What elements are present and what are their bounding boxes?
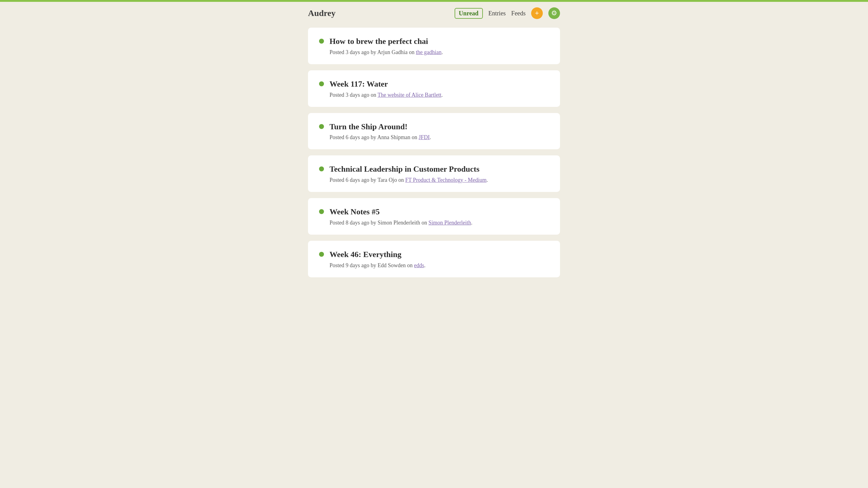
feed-link[interactable]: The website of Alice Bartlett	[377, 92, 441, 98]
add-icon: +	[535, 9, 539, 17]
feed-link[interactable]: JFDI	[418, 134, 430, 140]
unread-dot	[319, 39, 324, 43]
unread-dot	[319, 124, 324, 129]
entry-meta: Posted 6 days ago by Anna Shipman on JFD…	[330, 134, 549, 141]
entry-body: Technical Leadership in Customer Product…	[330, 164, 549, 183]
settings-icon: ⚙	[551, 9, 557, 17]
unread-dot	[319, 82, 324, 86]
entry-title[interactable]: Week Notes #5	[330, 207, 549, 217]
entry-card[interactable]: Week 46: EverythingPosted 9 days ago by …	[308, 241, 560, 277]
entry-meta: Posted 3 days ago by Arjun Gadhia on the…	[330, 49, 549, 56]
add-button[interactable]: +	[531, 7, 543, 19]
entry-body: Turn the Ship Around!Posted 6 days ago b…	[330, 122, 549, 141]
entry-body: Week 117: WaterPosted 3 days ago on The …	[330, 79, 549, 98]
entry-body: Week Notes #5Posted 8 days ago by Simon …	[330, 207, 549, 226]
unread-dot	[319, 209, 324, 214]
nav-feeds[interactable]: Feeds	[511, 10, 526, 17]
nav-entries[interactable]: Entries	[488, 10, 506, 17]
entry-card[interactable]: Week 117: WaterPosted 3 days ago on The …	[308, 70, 560, 107]
header: Audrey Unread Entries Feeds + ⚙	[296, 2, 572, 25]
entry-title[interactable]: Technical Leadership in Customer Product…	[330, 164, 549, 174]
main-nav: Unread Entries Feeds + ⚙	[455, 7, 560, 19]
feed-link[interactable]: FT Product & Technology - Medium	[405, 177, 487, 183]
feed-link[interactable]: edds	[414, 262, 424, 268]
settings-button[interactable]: ⚙	[548, 7, 560, 19]
entry-title[interactable]: Week 117: Water	[330, 79, 549, 89]
nav-unread[interactable]: Unread	[455, 8, 483, 19]
entry-body: How to brew the perfect chaiPosted 3 day…	[330, 36, 549, 56]
entry-meta: Posted 8 days ago by Simon Plenderleith …	[330, 220, 549, 226]
app-title: Audrey	[308, 8, 336, 18]
entries-list: How to brew the perfect chaiPosted 3 day…	[296, 25, 572, 296]
entry-card[interactable]: How to brew the perfect chaiPosted 3 day…	[308, 28, 560, 64]
entry-title[interactable]: Turn the Ship Around!	[330, 122, 549, 132]
entry-title[interactable]: How to brew the perfect chai	[330, 36, 549, 47]
entry-card[interactable]: Technical Leadership in Customer Product…	[308, 155, 560, 192]
entry-card[interactable]: Turn the Ship Around!Posted 6 days ago b…	[308, 113, 560, 150]
feed-link[interactable]: Simon Plenderleith	[429, 220, 471, 226]
entry-meta: Posted 6 days ago by Tara Ojo on FT Prod…	[330, 177, 549, 183]
entry-title[interactable]: Week 46: Everything	[330, 249, 549, 260]
entry-meta: Posted 9 days ago by Edd Sowden on edds.	[330, 262, 549, 269]
unread-dot	[319, 252, 324, 257]
feed-link[interactable]: the gadhian	[416, 49, 441, 55]
entry-body: Week 46: EverythingPosted 9 days ago by …	[330, 249, 549, 269]
entry-meta: Posted 3 days ago on The website of Alic…	[330, 92, 549, 98]
entry-card[interactable]: Week Notes #5Posted 8 days ago by Simon …	[308, 198, 560, 235]
unread-dot	[319, 166, 324, 171]
